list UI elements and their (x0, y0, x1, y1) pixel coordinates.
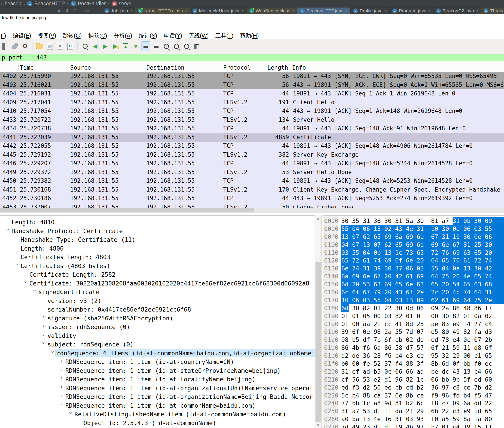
packet-row-4446[interactable]: 444625.729207192.168.131.55192.168.131.5… (0, 159, 504, 168)
breadcrumb-item-serve[interactable]: mserve (112, 1, 131, 7)
detail-line[interactable]: ›RDNSequence item: 1 item (id-at-commonN… (0, 401, 315, 410)
column-header-protocol[interactable]: Protocol (222, 65, 266, 71)
detail-line[interactable]: ›RelativeDistinguishedName item (id-at-c… (0, 410, 315, 419)
detail-line[interactable]: serialNumber: 0x4417ce86ef82ec6921cc6f68 (0, 305, 315, 314)
target-icon[interactable]: ⊕ (58, 8, 62, 14)
column-header-time[interactable]: Time (18, 65, 69, 71)
find-packet-icon[interactable] (81, 41, 89, 51)
close-tab-icon[interactable]: × (130, 9, 132, 13)
auto-scroll-icon[interactable] (142, 41, 150, 51)
collapse-expander-icon[interactable]: › (5, 227, 11, 233)
detail-line[interactable]: Object Id: 2.5.4.3 (id-at-commonName) (0, 419, 315, 428)
toolbar-fragment-icon[interactable]: ▋ (0, 41, 9, 51)
packet-row-4441[interactable]: 444125.722039192.168.131.55192.168.131.5… (0, 133, 504, 142)
expand-expander-icon[interactable]: › (59, 392, 64, 399)
hex-row-0250[interactable]: 02503f a7 53 df f1 da 2f 29 6b 22 c3 e9 … (323, 407, 504, 415)
packet-row-4402[interactable]: 440225.715990192.168.131.55192.168.131.5… (0, 72, 504, 81)
breadcrumb-item-beacon[interactable]: beacon (5, 1, 21, 7)
detail-line[interactable]: ›issuer: rdnSequence (0) (0, 323, 315, 331)
detail-line[interactable]: ›RDNSequence item: 1 item (id-at-organiz… (0, 392, 315, 401)
expand-expander-icon[interactable]: › (59, 384, 64, 390)
hex-row-0190[interactable]: 019001 01 05 00 03 82 01 0f 00 30 82 01 … (323, 312, 504, 320)
collapse-expander-icon[interactable]: › (58, 402, 65, 407)
packet-row-4452[interactable]: 445225.730186192.168.131.55192.168.131.5… (0, 194, 504, 203)
detail-line[interactable]: ›rdnSequence: 6 items (id-at-commonName=… (0, 349, 315, 358)
column-header-source[interactable]: Source (69, 65, 145, 71)
menu-t[interactable]: 工具(T) (215, 32, 233, 39)
detail-line[interactable]: ›RDNSequence item: 1 item (id-at-organiz… (0, 384, 315, 393)
detail-line[interactable]: ›validity (0, 331, 315, 340)
scroll-up-icon[interactable]: ↥ (73, 8, 77, 14)
tab-nanohttpd-class[interactable]: CNanoHTTPD.class× (135, 8, 190, 14)
menu-c[interactable]: 捕获(C) (88, 32, 107, 39)
hex-row-01c0[interactable]: 01c098 b5 df 7b 6f bb 02 dd ed 78 e4 0c … (323, 336, 504, 344)
scroll-down-arrow-icon[interactable]: ∨ (315, 422, 321, 427)
close-tab-icon[interactable]: × (476, 9, 478, 13)
reload-file-icon[interactable]: ↻ (66, 41, 74, 51)
hex-row-01e0[interactable]: 01e0d2 de 36 28 f6 b4 e3 ce 95 32 29 00 … (323, 352, 504, 360)
zoom-in-icon[interactable]: + (162, 41, 170, 51)
settings-gear-icon[interactable]: ⚙ (85, 8, 89, 14)
hex-row-0100[interactable]: 010004 07 13 07 62 65 69 6a 69 6e 67 31 … (323, 241, 504, 249)
capture-options-icon[interactable]: ⚙ (21, 41, 29, 51)
close-tab-icon[interactable]: × (429, 9, 431, 13)
close-tab-icon[interactable]: × (346, 9, 348, 13)
previous-packet-icon[interactable]: ◀ (91, 41, 99, 51)
close-tab-icon[interactable]: × (241, 9, 243, 13)
menu-v[interactable]: 视图(V) (38, 32, 56, 39)
packet-row-4450[interactable]: 445025.729382192.168.131.55192.168.131.5… (0, 177, 504, 185)
hex-row-0240[interactable]: 024077 bb fc a8 9d 81 b2 6c f8 c7 09 6a … (323, 399, 504, 407)
hscrollbar-thumb[interactable] (0, 208, 254, 212)
expand-expander-icon[interactable]: › (41, 323, 47, 329)
hex-row-0110[interactable]: 011003 55 04 0b 13 1c 73 65 72 76 69 63 … (323, 249, 504, 257)
zoom-out-icon[interactable]: − (172, 41, 181, 51)
first-packet-icon[interactable]: ▲ (121, 41, 130, 51)
expand-expander-icon[interactable]: › (59, 357, 64, 364)
hex-row-01b0[interactable]: 01b039 6f 0e 98 2a 55 7d 07 e5 80 49 82 … (323, 328, 504, 336)
tab-beaconc2-java[interactable]: CBeaconC2.java× (434, 8, 481, 14)
menu-e[interactable]: 编辑(E) (13, 32, 31, 39)
shark-fin-icon[interactable] (11, 41, 19, 51)
detail-line[interactable]: Certificate Length: 2582 (0, 270, 315, 279)
zoom-reset-icon[interactable] (182, 41, 191, 51)
tab-webserver-class[interactable]: CWebServer.class× (247, 8, 298, 14)
hex-row-0230[interactable]: 02305c b4 88 ca 37 6e 8b ce f9 96 fd b4 … (323, 392, 504, 400)
vscrollbar-thumb[interactable] (315, 262, 321, 422)
detail-line[interactable]: Handshake Type: Certificate (11) (0, 235, 315, 244)
hide-window-icon[interactable]: — (93, 8, 97, 13)
filter-input[interactable]: p.port == 443 (2, 54, 47, 61)
menu-w[interactable]: 无线(W) (189, 32, 209, 39)
expand-expander-icon[interactable]: › (59, 375, 64, 381)
menu-s[interactable]: 统计(S) (139, 32, 157, 39)
tab-thread-java[interactable]: CThread.java× (481, 8, 504, 14)
hex-row-0120[interactable]: 012065 72 61 74 69 6f 6e 20 64 65 70 61 … (323, 256, 504, 264)
collapse-expander-icon[interactable]: › (14, 262, 20, 268)
collapse-expander-icon[interactable]: › (32, 288, 38, 294)
goto-packet-icon[interactable]: ▶ (111, 41, 120, 51)
tab-program-java[interactable]: CProgram.java× (390, 8, 433, 14)
hex-row-0260[interactable]: 0260a0 ba 13 4e 16 3f 03 93 f0 a5 59 8a … (323, 415, 504, 423)
hex-row-0180[interactable]: 01806d 30 82 01 22 30 0d 06 09 2a 86 48 … (323, 304, 504, 312)
packet-row-4434[interactable]: 443425.720738192.168.131.55192.168.131.5… (0, 124, 504, 133)
detail-line[interactable]: ›signature (sha256WithRSAEncryption) (0, 314, 315, 323)
collapse-expander-icon[interactable]: › (41, 340, 47, 346)
open-file-icon[interactable] (36, 41, 44, 51)
packet-row-4451[interactable]: 445125.730168192.168.131.55192.168.131.5… (0, 185, 504, 194)
detail-line[interactable]: Length: 4806 (0, 244, 315, 253)
tab-job-java[interactable]: CJob.java× (102, 8, 135, 14)
resize-columns-icon[interactable]: ▥ (192, 41, 201, 51)
hex-row-0210[interactable]: 0210cf 56 53 e2 d1 96 82 1c 06 bb 9b 5f … (323, 376, 504, 384)
close-tab-icon[interactable]: × (293, 9, 295, 13)
packet-list-hscrollbar[interactable] (0, 208, 504, 213)
hex-row-0150[interactable]: 01506d 20 53 63 69 65 6e 63 65 20 54 65 … (323, 280, 504, 288)
collapse-expander-icon[interactable]: › (23, 279, 29, 285)
detail-line[interactable]: ›subject: rdnSequence (0) (0, 340, 315, 349)
hex-row-00f0[interactable]: 00f013 07 62 65 69 6a 69 6e 67 31 10 30 … (323, 233, 504, 241)
hex-row-01a0[interactable]: 01a001 00 aa 2f cc 41 8d 25 ae 83 e9 f4 … (323, 320, 504, 328)
detail-line[interactable]: ›Certificates (4803 bytes) (0, 262, 315, 271)
tab-beaconhttp-java[interactable]: CBeaconHTTP.java× (297, 8, 351, 14)
packet-row-4445[interactable]: 444525.729192192.168.131.55192.168.131.5… (0, 150, 504, 159)
collapse-expander-icon[interactable]: › (50, 349, 56, 355)
hex-row-00d0[interactable]: 00d030 35 31 36 30 31 5a 30 81 a7 31 0b … (323, 217, 504, 225)
packet-row-4442[interactable]: 444225.722055192.168.131.55192.168.131.5… (0, 142, 504, 150)
